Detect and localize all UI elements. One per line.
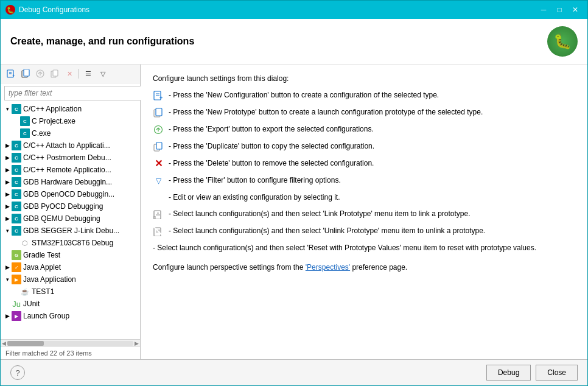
perspectives-link[interactable]: 'Perspectives' [306, 263, 350, 272]
perspectives-pre: Configure launch perspective settings fr… [153, 263, 306, 272]
dup-instr-icon [153, 141, 164, 152]
cpp-postmortem-label: C/C++ Postmortem Debu... [23, 153, 111, 162]
gdb-openocd-icon: C [12, 189, 21, 199]
perspectives-section: Configure launch perspective settings fr… [153, 263, 575, 272]
tree-item-launch-group[interactable]: ▶ ▶ Launch Group [1, 310, 140, 322]
tree-item-java-applet[interactable]: ▶ ✓ Java Applet [1, 261, 140, 273]
cpp-proj-arrow [12, 117, 20, 125]
cpp-proj-label: C Project.exe [32, 117, 75, 125]
svg-rect-9 [53, 70, 58, 76]
tree-item-gdb-qemu[interactable]: ▶ C GDB QEMU Debugging [1, 212, 140, 225]
cpp-app-label: C/C++ Application [23, 105, 82, 113]
close-window-button[interactable]: ✕ [568, 4, 583, 16]
test1-label: TEST1 [32, 287, 54, 296]
gradle-label: Gradle Test [23, 251, 60, 259]
filter-button[interactable]: ☰ [82, 67, 95, 80]
minimize-button[interactable]: ─ [536, 4, 551, 16]
java-applet-label: Java Applet [23, 263, 61, 272]
junit-icon: Ju [12, 299, 21, 309]
delete-button[interactable]: ✕ [63, 67, 76, 80]
new-config-instr-text: - Press the 'New Configuration' button t… [169, 90, 575, 100]
header: Create, manage, and run configurations 🐛 [1, 19, 587, 65]
debug-button[interactable]: Debug [486, 365, 531, 381]
page-title: Create, manage, and run configurations [10, 36, 194, 47]
cpp-remote-label: C/C++ Remote Applicatio... [23, 166, 111, 174]
tree-item-java-app[interactable]: ▾ ▶ Java Application [1, 273, 140, 286]
cpp-exe-label: C.exe [32, 129, 51, 138]
expand-arrow-cpp-attach: ▶ [3, 141, 12, 150]
gdb-segger-icon: C [12, 226, 21, 236]
cpp-remote-icon: C [12, 165, 21, 175]
gdb-hw-icon: C [12, 177, 21, 187]
window-icon: 🐛 [5, 5, 15, 15]
cpp-attach-icon: C [12, 141, 21, 150]
del-instr-text: - Press the 'Delete' button to remove th… [169, 158, 575, 169]
launch-group-icon: ▶ [12, 311, 21, 321]
tree-item-gradle[interactable]: G Gradle Test [1, 249, 140, 261]
instruction-unlink: - Select launch configuration(s) and the… [153, 226, 575, 237]
svg-text:[]: [] [153, 216, 156, 219]
instruction-duplicate: - Press the 'Duplicate' button to copy t… [153, 141, 575, 152]
duplicate-button[interactable] [48, 67, 61, 80]
filter-status: Filter matched 22 of 23 items [1, 346, 140, 359]
window-title: Debug Configurations [19, 5, 89, 14]
export-instr-icon [153, 124, 164, 135]
svg-text:+: + [12, 73, 15, 78]
filter-options-button[interactable]: ▽ [96, 67, 110, 80]
content-area: + ✕ ☰ ▽ [1, 65, 587, 359]
new-config-instr-icon: + [153, 90, 164, 101]
filter-instr-text: - Press the 'Filter' button to configure… [169, 175, 575, 186]
gdb-segger-label: GDB SEGGER J-Link Debu... [23, 226, 119, 235]
cpp-exe-icon: C [20, 128, 30, 138]
perspectives-post: preference page. [352, 263, 407, 272]
sidebar-toolbar: + ✕ ☰ ▽ [1, 65, 140, 83]
cpp-proj-icon: C [20, 116, 30, 126]
main-panel: Configure launch settings from this dial… [141, 65, 587, 359]
test1-icon: ☕ [20, 287, 30, 297]
new-config-button[interactable]: + [4, 67, 18, 80]
horizontal-scrollbar[interactable]: ◀ ▶ [1, 339, 140, 346]
unlink-instr-text: - Select launch configuration(s) and the… [169, 226, 575, 236]
tree-item-test1[interactable]: ☕ TEST1 [1, 286, 140, 298]
tree-item-cpp-attach[interactable]: ▶ C C/C++ Attach to Applicati... [1, 139, 140, 152]
tree-item-cpp-remote[interactable]: ▶ C C/C++ Remote Applicatio... [1, 164, 140, 176]
sidebar: + ✕ ☰ ▽ [1, 65, 141, 359]
edit-note: - Edit or view an existing configuration… [169, 192, 575, 203]
close-button[interactable]: Close [536, 365, 578, 381]
stm32-icon: ⬡ [20, 238, 30, 248]
dup-instr-text: - Press the 'Duplicate' button to copy t… [169, 141, 575, 152]
tree-item-stm32[interactable]: ⬡ STM32F103C8T6 Debug [1, 237, 140, 249]
svg-text:+: + [159, 95, 163, 100]
tree-item-cpp-postmortem[interactable]: ▶ C C/C++ Postmortem Debu... [1, 152, 140, 164]
reset-note: - Select launch configuration(s) and the… [153, 243, 575, 253]
tree-item-cpp-proj[interactable]: C C Project.exe [1, 115, 140, 127]
tree-item-gdb-segger[interactable]: ▾ C GDB SEGGER J-Link Debu... [1, 225, 140, 237]
java-app-icon: ▶ [12, 275, 21, 284]
help-button[interactable]: ? [10, 365, 25, 380]
tree-item-gdb-hw[interactable]: ▶ C GDB Hardware Debuggin... [1, 176, 140, 188]
launch-group-label: Launch Group [23, 312, 69, 320]
titlebar: 🐛 Debug Configurations ─ □ ✕ [1, 1, 587, 19]
new-proto-instr-icon [153, 107, 164, 118]
maximize-button[interactable]: □ [552, 4, 567, 16]
cpp-attach-label: C/C++ Attach to Applicati... [23, 141, 110, 150]
tree-item-gdb-pyocd[interactable]: ▶ C GDB PyOCD Debugging [1, 200, 140, 212]
stm32-label: STM32F103C8T6 Debug [32, 239, 113, 247]
new-prototype-button[interactable] [19, 67, 32, 80]
filter-input[interactable] [4, 86, 144, 100]
export-button[interactable] [33, 67, 47, 80]
gdb-openocd-label: GDB OpenOCD Debuggin... [23, 190, 114, 198]
tree-item-gdb-openocd[interactable]: ▶ C GDB OpenOCD Debuggin... [1, 188, 140, 200]
intro-text: Configure launch settings from this dial… [153, 74, 575, 83]
del-instr-icon: ✕ [153, 158, 164, 169]
link-instr-text: - Select launch configuration(s) and the… [169, 209, 575, 219]
instruction-delete: ✕ - Press the 'Delete' button to remove … [153, 158, 575, 169]
expand-arrow-cpp-app: ▾ [3, 105, 12, 113]
tree-item-junit[interactable]: Ju JUnit [1, 298, 140, 310]
tree-item-cpp-exe[interactable]: C C.exe [1, 127, 140, 139]
tree-item-cpp-app[interactable]: ▾ C C/C++ Application [1, 103, 140, 115]
debug-configurations-window: 🐛 Debug Configurations ─ □ ✕ Create, man… [0, 0, 588, 386]
gdb-pyocd-icon: C [12, 202, 21, 211]
new-proto-instr-text: - Press the 'New Prototype' button to cr… [169, 107, 575, 118]
instruction-new-proto: - Press the 'New Prototype' button to cr… [153, 107, 575, 118]
